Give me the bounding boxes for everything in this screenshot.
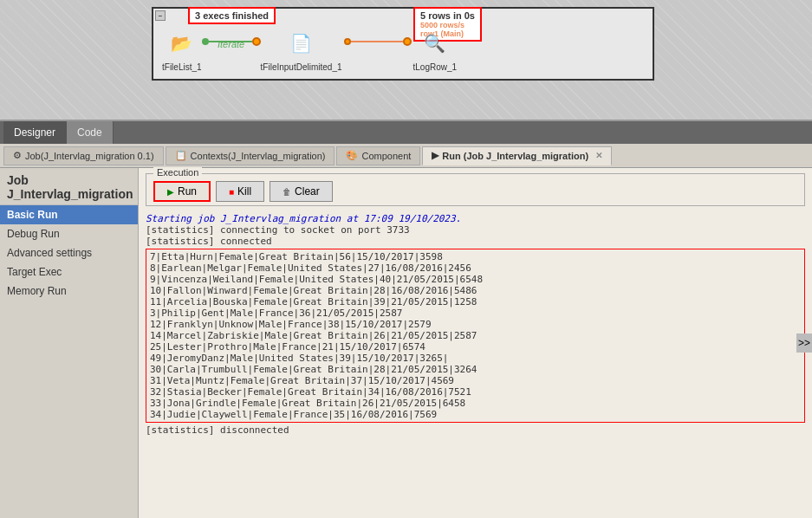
sidebar-item-memory-run[interactable]: Memory Run [0, 282, 138, 301]
log-stats-line-2: [statistics] connected [146, 236, 805, 247]
sub-tab-component-label: Component [361, 151, 411, 161]
run-button-label: Run [178, 185, 197, 197]
log-data-13: 33|Jona|Grindle|Female|Great Britain|26|… [150, 398, 801, 409]
log-data-2: 9|Vincenza|Weiland|Female|United States|… [150, 274, 801, 285]
log-data-8: 25|Lester|Prothro|Male|France|21|15/10/2… [150, 341, 801, 353]
log-data-12: 32|Stasia|Becker|Female|Great Britain|34… [150, 386, 801, 398]
log-data-7: 14|Marcel|Zabriskie|Male|Great Britain|2… [150, 330, 801, 341]
sub-tab-run-label: Run (Job J_Intervlag_migration) [442, 151, 588, 161]
execs-badge: 3 execs finished [188, 7, 276, 24]
execution-group: Execution ▶ Run ■ Kill 🗑 Clear [146, 173, 805, 206]
tfilelist-icon: 📂 [165, 26, 199, 61]
tfileinput-label: tFileInputDelimited_1 [261, 62, 342, 72]
workflow-nodes: 📂 tFileList_1 Iterate 📄 tFileInputDelimi… [162, 26, 635, 72]
log-data-10: 30|Carla|Trumbull|Female|Great Britain|2… [150, 364, 801, 375]
log-data-box: 7|Etta|Hurn|Female|Great Britain|56|15/1… [146, 249, 805, 423]
job-title: Job J_Intervlag_migration [0, 168, 138, 205]
log-data-11: 31|Veta|Muntz|Female|Great Britain|37|15… [150, 375, 801, 386]
tlogrow-label: tLogRow_1 [413, 62, 458, 72]
sidebar: Job J_Intervlag_migration Basic Run Debu… [0, 168, 139, 518]
node-tlogrow[interactable]: 🔍 tLogRow_1 [413, 26, 458, 72]
canvas-area: − 3 execs finished 5 rows in 0s 5000 row… [0, 0, 812, 121]
log-area: Starting job J_Intervlag_migration at 17… [146, 213, 805, 515]
log-data-1: 8|Earlean|Melgar|Female|United States|27… [150, 262, 801, 274]
tab-bar: Designer Code [0, 121, 812, 144]
log-data-4: 11|Arcelia|Bouska|Female|Great Britain|3… [150, 296, 801, 308]
tab-designer[interactable]: Designer [3, 121, 67, 144]
clear-icon: 🗑 [283, 187, 291, 197]
sidebar-item-target-exec[interactable]: Target Exec [0, 262, 138, 282]
log-data-6: 12|Franklyn|Unknow|Male|France|38|15/10/… [150, 319, 801, 330]
tab-code[interactable]: Code [67, 121, 114, 144]
run-icon: ▶ [167, 187, 174, 197]
workflow-box: − 3 execs finished 5 rows in 0s 5000 row… [152, 7, 654, 81]
side-arrow-button[interactable]: >> [796, 333, 812, 353]
main-content: Job J_Intervlag_migration Basic Run Debu… [0, 168, 812, 518]
log-data-0: 7|Etta|Hurn|Female|Great Britain|56|15/1… [150, 251, 801, 262]
log-stats-line-1: [statistics] connecting to socket on por… [146, 224, 805, 236]
sub-tab-run[interactable]: ▶ Run (Job J_Intervlag_migration) ✕ [422, 146, 612, 165]
tfilelist-label: tFileList_1 [162, 62, 202, 72]
tlogrow-icon: 🔍 [418, 26, 452, 61]
sub-tab-run-icon: ▶ [432, 150, 438, 161]
log-data-9: 49|JeromyDanz|Male|United States|39|15/1… [150, 353, 801, 364]
sub-tab-job[interactable]: ⚙ Job(J_Intervlag_migration 0.1) [3, 146, 164, 165]
sub-tab-job-icon: ⚙ [13, 150, 22, 161]
node-tfilelist[interactable]: 📂 tFileList_1 [162, 26, 202, 72]
sidebar-item-basic-run[interactable]: Basic Run [0, 205, 138, 224]
sub-tab-contexts-label: Contexts(J_Intervlag_migration) [191, 151, 326, 161]
sub-tab-bar: ⚙ Job(J_Intervlag_migration 0.1) 📋 Conte… [0, 144, 812, 168]
run-button[interactable]: ▶ Run [153, 181, 211, 202]
log-data-5: 3|Philip|Gent|Male|France|36|21/05/2015|… [150, 308, 801, 319]
right-panel: Execution ▶ Run ■ Kill 🗑 Clear Starting … [139, 168, 812, 518]
log-data-3: 10|Fallon|Winward|Female|Great Britain|2… [150, 285, 801, 296]
sub-tab-contexts-icon: 📋 [175, 150, 187, 161]
kill-button-label: Kill [237, 185, 251, 197]
minimize-button[interactable]: − [155, 10, 166, 21]
sub-tab-run-close[interactable]: ✕ [595, 151, 602, 160]
tfileinput-icon: 📄 [284, 26, 319, 61]
clear-button-label: Clear [295, 185, 320, 197]
sub-tab-contexts[interactable]: 📋 Contexts(J_Intervlag_migration) [166, 146, 335, 165]
rows-badge-text: 5 rows in 0s [420, 10, 475, 21]
sub-tab-job-label: Job(J_Intervlag_migration 0.1) [25, 151, 154, 161]
iterate-label: Iterate [218, 39, 244, 49]
side-arrow-icon: >> [798, 337, 810, 349]
log-start-line: Starting job J_Intervlag_migration at 17… [146, 213, 805, 224]
log-data-14: 34|Judie|Claywell|Female|France|35|16/08… [150, 409, 801, 420]
sub-tab-component[interactable]: 🎨 Component [336, 146, 420, 165]
log-end-line: [statistics] disconnected [146, 424, 805, 436]
node-tfileinput[interactable]: 📄 tFileInputDelimited_1 [261, 26, 342, 72]
execution-legend: Execution [153, 167, 202, 178]
clear-button[interactable]: 🗑 Clear [270, 181, 333, 202]
button-row: ▶ Run ■ Kill 🗑 Clear [153, 181, 797, 202]
sub-tab-component-icon: 🎨 [346, 150, 358, 161]
kill-icon: ■ [229, 187, 234, 197]
sidebar-item-advanced-settings[interactable]: Advanced settings [0, 243, 138, 262]
sidebar-item-debug-run[interactable]: Debug Run [0, 224, 138, 243]
execs-badge-text: 3 execs finished [195, 10, 269, 21]
kill-button[interactable]: ■ Kill [216, 181, 264, 202]
